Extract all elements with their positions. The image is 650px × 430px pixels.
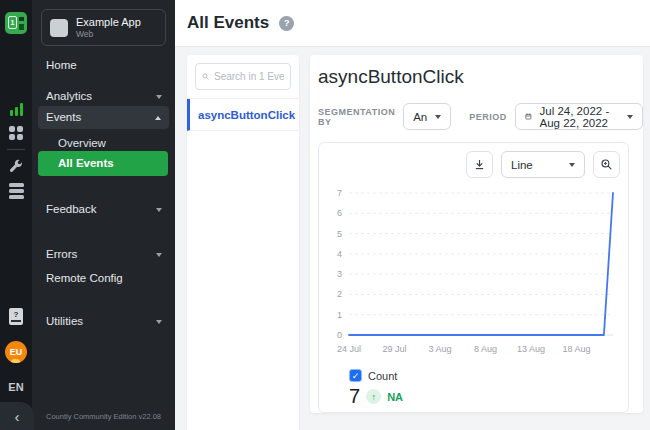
trend-value: NA [387,391,403,403]
svg-text:29 Jul: 29 Jul [383,344,407,354]
chevron-down-icon [569,163,575,167]
wrench-icon[interactable] [0,156,32,176]
count-total: 7 [349,385,360,408]
app-selector[interactable]: Example App Web [41,9,166,46]
sidebar-item-events[interactable]: Events [38,106,169,129]
event-search-input[interactable] [214,71,284,82]
svg-text:4: 4 [337,249,342,259]
page-header: All Events ? [175,0,650,47]
chevron-up-icon [155,116,161,120]
apps-grid-icon[interactable] [0,124,32,142]
user-avatar[interactable]: EU [0,340,32,364]
svg-text:5: 5 [337,229,342,239]
chevron-down-icon [156,95,162,99]
sidebar-item-remote-config[interactable]: Remote Config [32,267,175,290]
trend-up-icon: ↑ [366,389,381,404]
guide-icon[interactable]: ? [0,306,32,326]
chart-legend-count[interactable]: ✓ Count [349,369,397,382]
detail-controls: SEGMENTATION BY An PERIOD Jul 24, 2022 -… [318,103,643,130]
sidebar-item-feedback[interactable]: Feedback [32,198,175,221]
line-chart-area[interactable]: 0123456724 Jul29 Jul3 Aug8 Aug13 Aug18 A… [327,185,623,363]
event-detail-panel: asyncButtonClick SEGMENTATION BY An PERI… [310,55,643,413]
app-platform: Web [76,29,141,39]
sidebar-collapse-button[interactable]: ‹ [0,402,34,430]
sidebar-item-errors[interactable]: Errors [32,243,175,266]
event-search-section [187,55,299,99]
svg-text:18 Aug: 18 Aug [563,344,591,354]
countly-logo[interactable]: 1 [0,11,32,35]
svg-text:0: 0 [337,330,342,340]
analytics-icon[interactable] [0,100,32,118]
download-icon [473,158,486,171]
countly-logo-icon: 1 [5,12,27,34]
help-icon[interactable]: ? [279,16,294,31]
zoom-button[interactable] [593,151,620,178]
sidebar: Example App Web Home Analytics Events Ov… [32,0,175,430]
language-selector[interactable]: EN [0,378,32,396]
sidebar-item-utilities[interactable]: Utilities [32,310,175,333]
chart-toolbar: Line [466,151,620,178]
app-icon [50,19,68,37]
svg-text:2: 2 [337,289,342,299]
chart-card: Line 0123456724 Jul29 Jul3 Aug8 Aug13 Au… [318,142,629,413]
svg-text:1: 1 [337,310,342,320]
countly-dashboard: 1 ? EU EN ‹ [0,0,650,430]
server-icon[interactable] [0,182,32,200]
page-title: All Events [187,13,269,33]
download-button[interactable] [466,151,493,178]
version-footer: Countly Community Edition v22.08 [32,412,175,421]
rail-divider [7,149,25,150]
period-label: PERIOD [469,112,507,122]
chevron-down-icon [156,320,162,324]
chevron-down-icon [627,115,633,119]
chevron-down-icon [156,208,162,212]
segmentation-select[interactable]: An [403,103,451,130]
period-select[interactable]: Jul 24, 2022 - Aug 22, 2022 [515,103,643,130]
avatar-initials: EU [5,341,27,363]
app-name: Example App [76,16,141,29]
count-summary: 7 ↑ NA [349,385,403,408]
event-list-item[interactable]: asyncButtonClick [187,99,299,131]
svg-text:3: 3 [337,269,342,279]
svg-text:8 Aug: 8 Aug [474,344,497,354]
segmentation-label: SEGMENTATION BY [318,107,395,127]
svg-text:7: 7 [337,188,342,198]
sidebar-item-all-events[interactable]: All Events [38,151,168,176]
legend-checkbox-icon: ✓ [349,369,362,382]
sidebar-item-home[interactable]: Home [32,54,175,77]
chevron-down-icon [156,253,162,257]
line-chart: 0123456724 Jul29 Jul3 Aug8 Aug13 Aug18 A… [327,185,623,359]
svg-text:13 Aug: 13 Aug [517,344,545,354]
event-title: asyncButtonClick [318,66,464,88]
chevron-left-icon: ‹ [15,408,20,425]
sidebar-item-analytics[interactable]: Analytics [32,85,175,108]
magnifier-zoom-icon [600,158,613,171]
search-icon [202,71,209,82]
icon-rail: 1 ? EU EN [0,0,32,430]
svg-text:24 Jul: 24 Jul [337,344,361,354]
event-list-panel: asyncButtonClick [187,55,299,430]
guide-question-mark: ? [9,308,23,325]
chart-type-select[interactable]: Line [501,151,585,178]
event-search-box[interactable] [195,63,291,90]
svg-text:3 Aug: 3 Aug [429,344,452,354]
svg-text:6: 6 [337,208,342,218]
calendar-icon [525,110,532,123]
chevron-down-icon [435,115,441,119]
